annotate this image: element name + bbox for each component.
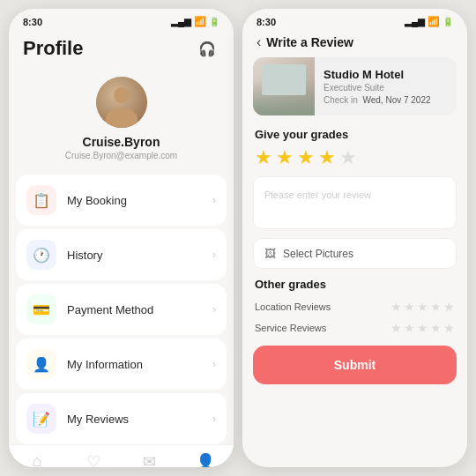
select-pictures-button[interactable]: 🖼 Select Pictures — [253, 238, 457, 269]
menu-item-history[interactable]: 🕐 History › — [16, 229, 227, 280]
chevron-right-icon: › — [212, 358, 216, 370]
nav-item-profile[interactable]: 👤 Profile — [177, 452, 234, 467]
wifi-left: 📶 — [194, 16, 206, 27]
booking-icon-wrap: 📋 — [26, 185, 56, 215]
payment-label: Payment Method — [67, 303, 212, 316]
submit-label: Submit — [334, 358, 376, 372]
time-right: 8:30 — [257, 17, 276, 27]
battery-left: 🔋 — [209, 17, 219, 26]
hotel-image — [253, 57, 315, 115]
profile-avatar-section: Cruise.Byron Cruise.Byron@example.com — [9, 68, 234, 175]
review-page-title: Write a Review — [266, 35, 353, 49]
grades-title: Give your grades — [242, 124, 467, 146]
menu-item-booking[interactable]: 📋 My Booking › — [16, 175, 227, 226]
menu-list: 📋 My Booking › 🕐 History › 💳 Payment Met… — [9, 175, 234, 444]
svc-star-1[interactable]: ★ — [390, 321, 402, 335]
star-2[interactable]: ★ — [276, 146, 294, 169]
checkin-date: Wed, Nov 7 2022 — [362, 95, 430, 105]
review-input[interactable]: Please enter your review — [253, 176, 457, 229]
svc-star-3[interactable]: ★ — [417, 321, 428, 335]
avatar — [96, 77, 147, 128]
bottom-nav: ⌂ Home ♡ Favourites ✉ Message 👤 Profile — [9, 444, 234, 467]
star-4[interactable]: ★ — [318, 146, 336, 169]
chevron-right-icon: › — [212, 249, 216, 261]
hotel-checkin: Check in Wed, Nov 7 2022 — [324, 95, 431, 105]
status-bar-right: 8:30 ▂▄▆ 📶 🔋 — [242, 9, 467, 31]
back-button[interactable]: ‹ — [257, 34, 261, 50]
star-3[interactable]: ★ — [297, 146, 315, 169]
payment-icon-wrap: 💳 — [26, 294, 56, 324]
booking-icon: 📋 — [33, 192, 50, 209]
profile-email: Cruise.Byron@example.com — [65, 151, 177, 160]
booking-label: My Booking — [67, 194, 212, 207]
picture-icon: 🖼 — [264, 247, 276, 260]
nav-item-favourites[interactable]: ♡ Favourites — [65, 452, 122, 467]
location-stars: ★ ★ ★ ★ ★ — [390, 300, 455, 314]
reviews-icon: 📝 — [33, 411, 50, 428]
profile-nav-icon: 👤 — [196, 452, 215, 467]
nav-item-message[interactable]: ✉ Message — [122, 452, 178, 467]
menu-item-reviews[interactable]: 📝 My Reviews › — [16, 393, 227, 444]
message-icon: ✉ — [143, 452, 156, 467]
location-reviews-row: Location Reviews ★ ★ ★ ★ ★ — [242, 296, 467, 317]
submit-button[interactable]: Submit — [253, 346, 457, 384]
loc-star-3[interactable]: ★ — [417, 300, 428, 314]
loc-star-4[interactable]: ★ — [430, 300, 442, 314]
wifi-right: 📶 — [428, 16, 440, 27]
signal-left: ▂▄▆ — [171, 17, 191, 26]
location-reviews-label: Location Reviews — [255, 301, 331, 312]
loc-star-2[interactable]: ★ — [404, 300, 415, 314]
hotel-card: Studio M Hotel Executive Suite Check in … — [253, 57, 457, 115]
headphone-icon[interactable]: 🎧 — [195, 36, 219, 61]
select-pictures-label: Select Pictures — [283, 248, 353, 260]
loc-star-5[interactable]: ★ — [443, 300, 455, 314]
review-nav: ‹ Write a Review — [242, 31, 467, 57]
other-grades-title: Other grades — [242, 276, 467, 296]
menu-item-info[interactable]: 👤 My Information › — [16, 338, 227, 390]
home-icon: ⌂ — [32, 452, 41, 467]
page-title: Profile — [23, 37, 83, 60]
chevron-right-icon: › — [212, 413, 216, 425]
star-5[interactable]: ★ — [339, 146, 357, 169]
profile-header: Profile 🎧 — [9, 31, 234, 68]
heart-icon: ♡ — [86, 452, 100, 467]
svc-star-4[interactable]: ★ — [430, 321, 442, 335]
loc-star-1[interactable]: ★ — [390, 300, 402, 314]
info-icon-wrap: 👤 — [26, 349, 56, 379]
right-phone: 8:30 ▂▄▆ 📶 🔋 ‹ Write a Review Studio M H… — [242, 9, 467, 467]
person-icon: 👤 — [33, 356, 50, 373]
service-reviews-row: Service Reviews ★ ★ ★ ★ ★ — [242, 317, 467, 338]
profile-name: Cruise.Byron — [83, 135, 160, 149]
signal-right: ▂▄▆ — [405, 17, 425, 26]
info-label: My Information — [67, 358, 212, 371]
main-stars-row: ★ ★ ★ ★ ★ — [242, 146, 467, 176]
history-icon: 🕐 — [33, 247, 50, 264]
left-phone: 8:30 ▂▄▆ 📶 🔋 Profile 🎧 Cruise.Byron Crui… — [9, 9, 234, 467]
history-label: History — [67, 249, 212, 262]
hotel-name: Studio M Hotel — [324, 68, 431, 81]
star-1[interactable]: ★ — [255, 146, 272, 169]
service-stars: ★ ★ ★ ★ ★ — [390, 321, 455, 335]
time-left: 8:30 — [23, 17, 42, 27]
service-reviews-label: Service Reviews — [255, 323, 326, 333]
payment-icon: 💳 — [33, 301, 50, 318]
reviews-label: My Reviews — [67, 413, 212, 426]
chevron-right-icon: › — [212, 194, 216, 206]
menu-item-payment[interactable]: 💳 Payment Method › — [16, 284, 227, 335]
review-placeholder: Please enter your review — [264, 190, 371, 200]
hotel-suite: Executive Suite — [324, 83, 431, 93]
reviews-icon-wrap: 📝 — [26, 404, 56, 434]
svc-star-2[interactable]: ★ — [404, 321, 415, 335]
battery-right: 🔋 — [443, 17, 453, 26]
hotel-info: Studio M Hotel Executive Suite Check in … — [315, 57, 440, 115]
nav-item-home[interactable]: ⌂ Home — [9, 452, 65, 467]
status-bar-left: 8:30 ▂▄▆ 📶 🔋 — [9, 9, 234, 31]
history-icon-wrap: 🕐 — [26, 240, 56, 270]
svc-star-5[interactable]: ★ — [443, 321, 455, 335]
chevron-right-icon: › — [212, 303, 216, 316]
